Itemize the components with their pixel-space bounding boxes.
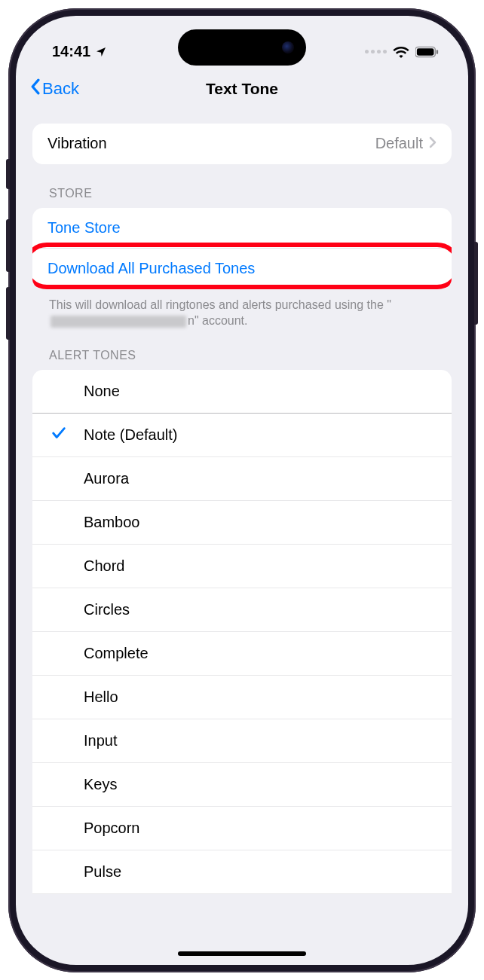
vibration-label: Vibration [47,135,375,152]
tone-label: Keys [84,776,117,793]
tone-row[interactable]: Aurora [32,457,452,501]
tone-row[interactable]: Pulse [32,850,452,894]
alert-tones-header: ALERT TONES [32,332,452,370]
battery-icon [415,46,440,58]
tone-label: Circles [84,601,130,618]
chevron-left-icon [29,78,41,99]
tone-label: None [84,383,120,400]
store-footer-prefix: This will download all ringtones and ale… [49,298,391,311]
back-button[interactable]: Back [29,78,79,99]
store-footer: This will download all ringtones and ale… [32,289,452,332]
location-icon [95,46,107,58]
tone-row[interactable]: Keys [32,763,452,807]
dynamic-island [178,29,306,66]
back-label: Back [42,79,79,99]
tone-store-label: Tone Store [47,219,121,237]
svg-rect-2 [437,50,438,54]
tone-label: Hello [84,688,118,706]
vibration-value: Default [375,135,423,152]
download-all-row[interactable]: Download All Purchased Tones [32,249,452,289]
svg-rect-1 [417,48,434,55]
tone-row[interactable]: Note (Default) [32,414,452,457]
download-all-label: Download All Purchased Tones [47,260,255,277]
vibration-row[interactable]: Vibration Default [32,124,452,164]
home-indicator[interactable] [178,951,306,956]
alert-tones-list: NoneNote (Default)AuroraBambooChordCircl… [32,370,452,894]
tone-row[interactable]: Input [32,719,452,763]
store-footer-suffix: n" account. [188,314,248,327]
tone-label: Complete [84,645,149,662]
tone-label: Pulse [84,863,121,881]
tone-row[interactable]: None [32,370,452,414]
tone-label: Note (Default) [84,426,178,444]
tone-label: Chord [84,557,124,575]
tone-row[interactable]: Bamboo [32,501,452,545]
front-camera [282,41,294,53]
tone-row[interactable]: Hello [32,676,452,719]
tone-label: Aurora [84,470,129,487]
tone-label: Bamboo [84,514,140,531]
chevron-right-icon [429,135,437,152]
tone-label: Popcorn [84,820,140,837]
tone-row[interactable]: Chord [32,545,452,588]
tone-store-row[interactable]: Tone Store [32,208,452,249]
page-title: Text Tone [206,80,278,98]
status-time: 14:41 [52,43,90,60]
checkmark-icon [51,425,67,445]
tone-label: Input [84,732,117,750]
store-header: STORE [32,164,452,208]
page-dots-icon [365,50,387,53]
redacted-account [51,316,186,328]
tone-row[interactable]: Popcorn [32,807,452,850]
wifi-icon [393,46,409,58]
tone-row[interactable]: Complete [32,632,452,676]
nav-bar: Back Text Tone [16,69,468,110]
tone-row[interactable]: Circles [32,588,452,632]
